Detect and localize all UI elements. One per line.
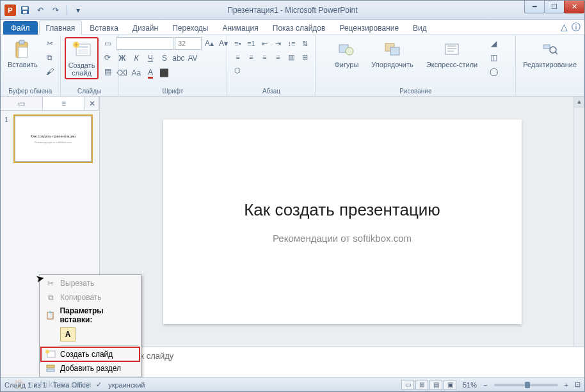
notes-pane[interactable]: Заметки к слайду (100, 347, 584, 377)
reading-view-button[interactable]: ▤ (429, 380, 442, 390)
tab-design[interactable]: Дизайн (126, 21, 164, 35)
add-section-icon (45, 363, 56, 373)
minimize-ribbon-icon[interactable]: △ (561, 22, 568, 33)
quick-styles-button[interactable]: Экспресс-стили (423, 37, 481, 70)
zoom-out-button[interactable]: − (483, 381, 487, 389)
minimize-button[interactable]: ━ (524, 1, 545, 13)
editing-button[interactable]: Редактирование (520, 37, 580, 70)
align-center-icon[interactable]: ≡ (244, 51, 257, 63)
side-pane-tabs: ▭ ≡ ✕ (1, 97, 99, 111)
bullets-icon[interactable]: ≡• (231, 37, 244, 50)
font-color-icon[interactable]: A (144, 67, 157, 79)
arrange-button[interactable]: Упорядочить (368, 37, 416, 70)
bold-icon[interactable]: Ж (116, 52, 129, 65)
tab-insert[interactable]: Вставка (83, 21, 125, 35)
clear-formatting-icon[interactable]: ⌫ (116, 67, 129, 79)
theme-name: Тема Office (53, 381, 90, 389)
line-spacing-icon[interactable]: ↕≡ (285, 37, 298, 50)
workspace: ▭ ≡ ✕ 1 Как создать презентацию Рекоменд… (1, 97, 584, 377)
menu-new-slide-label: Создать слайд (60, 350, 113, 359)
reset-icon[interactable]: ⟳ (101, 51, 114, 64)
italic-icon[interactable]: К (130, 52, 143, 65)
slideshow-view-button[interactable]: ▣ (444, 380, 456, 390)
sorter-view-button[interactable]: ⊞ (415, 380, 428, 390)
shadow-icon[interactable]: abc (172, 52, 185, 65)
char-spacing-icon[interactable]: AV (186, 52, 199, 65)
align-text-icon[interactable]: ⊞ (298, 51, 311, 63)
close-button[interactable]: ✕ (564, 1, 584, 13)
menu-new-slide[interactable]: Создать слайд (40, 347, 140, 362)
justify-icon[interactable]: ≡ (271, 51, 284, 63)
slide-title[interactable]: Как создать презентацию (244, 200, 440, 220)
font-family-select[interactable] (116, 37, 173, 50)
normal-view-button[interactable]: ▭ (401, 380, 414, 390)
convert-smartart-icon[interactable]: ⬡ (231, 64, 244, 77)
shape-outline-icon[interactable]: ◫ (487, 51, 500, 64)
menu-add-section[interactable]: Добавить раздел (41, 361, 140, 375)
tab-review[interactable]: Рецензирование (333, 21, 405, 35)
quick-styles-icon (442, 39, 462, 59)
tab-transitions[interactable]: Переходы (166, 21, 214, 35)
thumbnail-preview: Как создать презентацию Рекомендации от … (15, 116, 92, 162)
paste-option-button[interactable]: А (60, 327, 76, 341)
text-direction-icon[interactable]: ⇅ (298, 37, 311, 50)
zoom-level[interactable]: 51% (463, 381, 477, 389)
menu-cut[interactable]: ✂ Вырезать (41, 276, 140, 290)
copy-icon[interactable]: ⧉ (44, 51, 56, 64)
language-indicator[interactable]: украинский (108, 381, 145, 389)
columns-icon[interactable]: ▥ (285, 51, 298, 63)
paste-button[interactable]: Вставить (4, 37, 41, 70)
redo-icon[interactable]: ↷ (49, 4, 62, 17)
decrease-indent-icon[interactable]: ⇤ (258, 37, 271, 50)
slide-thumbnail[interactable]: 1 Как создать презентацию Рекомендации о… (4, 116, 95, 162)
grow-font-icon[interactable]: A▴ (203, 37, 216, 50)
underline-icon[interactable]: Ч (144, 52, 157, 65)
numbering-icon[interactable]: ≡1 (244, 37, 257, 50)
tab-file[interactable]: Файл (3, 21, 38, 35)
group-slides-label: Слайды (77, 87, 101, 95)
cut-icon[interactable]: ✂ (44, 37, 56, 50)
app-icon[interactable]: P (4, 4, 16, 16)
zoom-in-button[interactable]: + (565, 381, 568, 389)
cut-icon: ✂ (45, 278, 56, 288)
align-right-icon[interactable]: ≡ (258, 51, 271, 63)
svg-rect-8 (78, 49, 88, 54)
increase-indent-icon[interactable]: ⇥ (271, 37, 284, 50)
tab-animations[interactable]: Анимация (216, 21, 264, 35)
help-icon[interactable]: ⓘ (572, 22, 581, 33)
vertical-scrollbar[interactable]: ▲ (573, 97, 584, 347)
save-icon[interactable] (19, 4, 31, 17)
strikethrough-icon[interactable]: S (158, 52, 171, 65)
new-slide-button[interactable]: Создать слайд (65, 37, 99, 79)
slide-canvas-area[interactable]: Как создать презентацию Рекомендации от … (100, 97, 584, 347)
undo-icon[interactable]: ↶ (34, 4, 47, 17)
fit-window-button[interactable]: ⊡ (575, 380, 581, 389)
slide-number: 1 (4, 116, 11, 162)
spellcheck-icon[interactable]: ✓ (96, 380, 102, 389)
menu-copy[interactable]: ⧉ Копировать (41, 290, 140, 304)
format-painter-icon[interactable]: 🖌 (44, 65, 56, 78)
qat-customize-icon[interactable]: ▾ (72, 4, 84, 17)
shape-effects-icon[interactable]: ◯ (487, 65, 500, 78)
slide-subtitle[interactable]: Рекомендации от softikbox.com (273, 233, 412, 244)
maximize-button[interactable]: ☐ (544, 1, 565, 13)
shape-fill-icon[interactable]: ◢ (487, 37, 500, 50)
slides-tab[interactable]: ≡ (43, 97, 85, 110)
menu-add-section-label: Добавить раздел (60, 364, 121, 373)
zoom-slider[interactable] (494, 384, 558, 386)
outline-tab[interactable]: ▭ (1, 97, 43, 110)
shapes-button[interactable]: Фигуры (331, 37, 362, 70)
layout-icon[interactable]: ▭ (101, 37, 114, 50)
align-left-icon[interactable]: ≡ (231, 51, 244, 63)
svg-point-11 (346, 47, 353, 55)
font-size-select[interactable]: 32 (175, 37, 202, 50)
close-pane-button[interactable]: ✕ (85, 97, 99, 110)
section-icon[interactable]: ▤ (101, 65, 114, 78)
tab-home[interactable]: Главная (39, 20, 83, 35)
change-case-icon[interactable]: Aa (130, 67, 143, 79)
group-font-label: Шрифт (163, 87, 184, 95)
tab-slideshow[interactable]: Показ слайдов (266, 21, 332, 35)
highlight-icon[interactable]: ⬛ (158, 67, 171, 79)
tab-view[interactable]: Вид (406, 21, 433, 35)
scroll-up-icon[interactable]: ▲ (574, 97, 584, 107)
